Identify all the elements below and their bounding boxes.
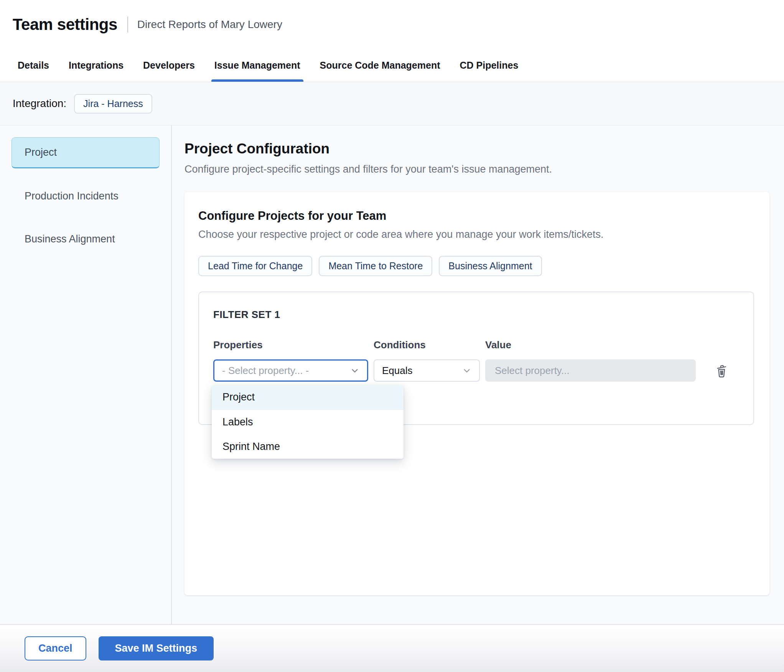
tab-cd-pipelines[interactable]: CD Pipelines (460, 49, 519, 82)
dropdown-option-labels[interactable]: Labels (212, 410, 404, 434)
delete-filter-button[interactable] (714, 362, 729, 379)
filter-set-1: FILTER SET 1 Properties Conditions Value… (198, 292, 754, 425)
conditions-column-label: Conditions (374, 339, 480, 351)
integration-row: Integration: Jira - Harness (0, 82, 784, 125)
properties-select-wrap: - Select property... - Project Labels Sp… (213, 359, 368, 382)
properties-column-label: Properties (213, 339, 368, 351)
section-title: Project Configuration (184, 141, 769, 157)
dropdown-option-sprint-name[interactable]: Sprint Name (212, 434, 404, 459)
tab-developers[interactable]: Developers (143, 49, 195, 82)
sidebar-item-project[interactable]: Project (12, 137, 160, 168)
properties-dropdown: Project Labels Sprint Name (212, 385, 404, 459)
integration-label: Integration: (13, 97, 66, 110)
chevron-down-icon (461, 365, 472, 376)
properties-select[interactable]: - Select property... - (213, 359, 368, 382)
integration-chip-jira-harness[interactable]: Jira - Harness (74, 94, 152, 114)
page-subtitle: Direct Reports of Mary Lowery (137, 18, 282, 31)
sidebar: Project Production Incidents Business Al… (0, 125, 172, 624)
conditions-select[interactable]: Equals (374, 359, 480, 382)
tab-integrations[interactable]: Integrations (69, 49, 124, 82)
cancel-button[interactable]: Cancel (25, 636, 86, 660)
title-separator (127, 16, 128, 33)
card-subtitle: Choose your respective project or code a… (198, 229, 754, 240)
metric-chip-row: Lead Time for Change Mean Time to Restor… (198, 256, 754, 276)
configure-projects-card: Configure Projects for your Team Choose … (184, 192, 769, 595)
tab-issue-management[interactable]: Issue Management (214, 49, 300, 82)
tab-details[interactable]: Details (18, 49, 49, 82)
main-panel: Project Configuration Configure project-… (172, 125, 784, 624)
chevron-down-icon (349, 365, 360, 376)
properties-select-placeholder: - Select property... - (222, 365, 309, 377)
sidebar-item-production-incidents[interactable]: Production Incidents (12, 181, 160, 211)
trash-cell (701, 359, 742, 382)
active-tab-underline (211, 79, 303, 82)
value-column-label: Value (485, 339, 696, 351)
section-description: Configure project-specific settings and … (184, 163, 769, 175)
value-input-wrap (485, 359, 696, 382)
chip-mean-time-to-restore[interactable]: Mean Time to Restore (319, 256, 432, 276)
card-title: Configure Projects for your Team (198, 209, 754, 223)
conditions-select-value: Equals (382, 365, 413, 377)
trash-icon (714, 362, 729, 379)
value-input[interactable] (485, 359, 696, 382)
chip-business-alignment[interactable]: Business Alignment (439, 256, 542, 276)
save-im-settings-button[interactable]: Save IM Settings (99, 636, 214, 660)
filter-set-title: FILTER SET 1 (213, 309, 742, 321)
chip-lead-time-for-change[interactable]: Lead Time for Change (198, 256, 312, 276)
dropdown-option-project[interactable]: Project (212, 385, 404, 410)
sidebar-item-business-alignment[interactable]: Business Alignment (12, 224, 160, 254)
filter-grid: Properties Conditions Value - Select pro… (213, 339, 742, 382)
content-area: Project Production Incidents Business Al… (0, 125, 784, 624)
tab-source-code-management[interactable]: Source Code Management (320, 49, 440, 82)
page-header: Team settings Direct Reports of Mary Low… (0, 0, 784, 49)
tab-bar: Details Integrations Developers Issue Ma… (0, 49, 784, 82)
page-title: Team settings (13, 15, 117, 34)
footer-bar: Cancel Save IM Settings (0, 624, 784, 672)
